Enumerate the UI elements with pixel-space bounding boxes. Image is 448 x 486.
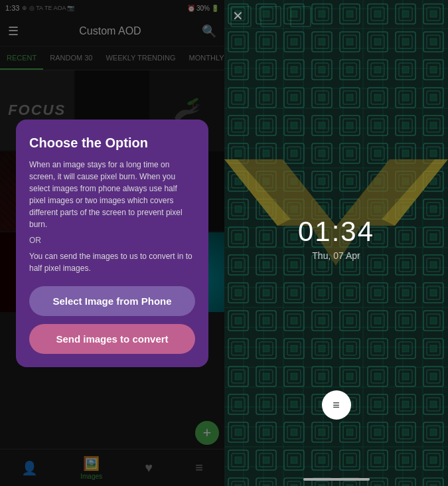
dialog-title: Choose the Option xyxy=(29,135,195,151)
clock-overlay: 01:34 Thu, 07 Apr xyxy=(298,216,374,261)
dialog-body: When an image stays for a long time on s… xyxy=(29,159,195,230)
dialog-body2: You can send the images to us to convert… xyxy=(29,250,195,274)
clock-date: Thu, 07 Apr xyxy=(298,250,374,261)
dialog-overlay: Choose the Option When an image stays fo… xyxy=(0,0,224,486)
select-image-button[interactable]: Select Image from Phone xyxy=(29,286,195,316)
menu-fab-icon: ≡ xyxy=(333,398,340,412)
clock-time: 01:34 xyxy=(298,216,374,248)
left-panel: 1:33 ⊕ ◎ TA TE AOA 📷 ⏰ 30% 🔋 ☰ Custom AO… xyxy=(0,0,224,486)
close-button[interactable]: ✕ xyxy=(232,8,244,24)
right-panel: ✕ 01:34 Thu, 07 Apr ≡ xyxy=(224,0,448,486)
dialog-or: OR xyxy=(29,236,195,245)
send-images-button[interactable]: Send images to convert xyxy=(29,324,195,354)
dialog: Choose the Option When an image stays fo… xyxy=(16,120,208,367)
bottom-home-indicator xyxy=(303,478,370,481)
menu-fab-button[interactable]: ≡ xyxy=(322,390,351,420)
